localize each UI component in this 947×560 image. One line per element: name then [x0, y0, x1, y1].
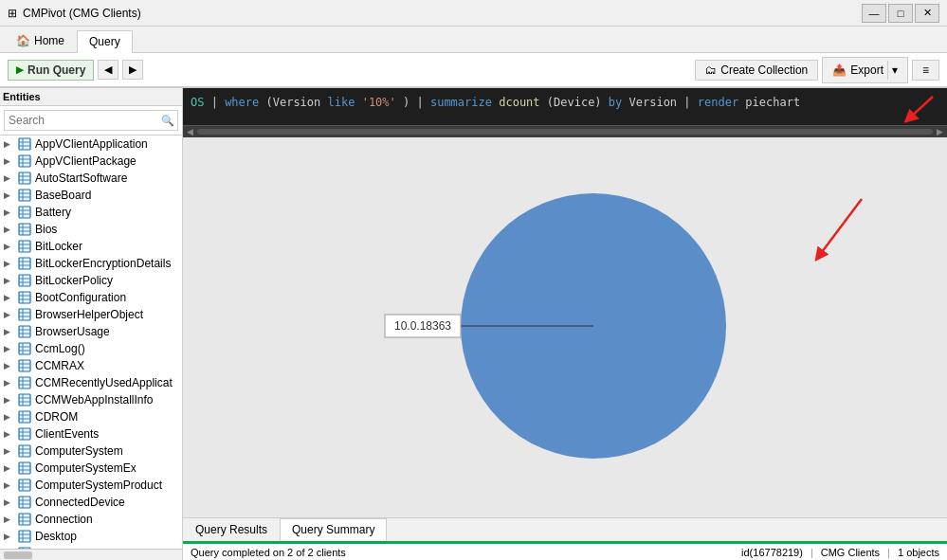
sidebar-item-label: BrowserUsage	[35, 325, 110, 338]
sidebar-item-ConnectedDevice[interactable]: ▶ ConnectedDevice	[0, 494, 182, 511]
tab-home[interactable]: 🏠 Home	[4, 29, 77, 52]
query-editor[interactable]: OS | where (Version like '10%' ) | summa…	[183, 88, 947, 126]
sidebar-item-BaseBoard[interactable]: ▶ BaseBoard	[0, 187, 182, 204]
forward-button[interactable]: ▶	[122, 60, 143, 80]
bottom-tabs: Query Results Query Summary	[183, 517, 947, 541]
search-icon: 🔍	[161, 115, 174, 127]
sidebar-item-BrowserUsage[interactable]: ▶ BrowserUsage	[0, 323, 182, 340]
item-icon	[17, 188, 32, 203]
search-input-wrap: 🔍	[4, 110, 178, 131]
sidebar-item-ComputerSystem[interactable]: ▶ ComputerSystem	[0, 443, 182, 460]
sidebar-item-label: ClientEvents	[35, 427, 99, 441]
item-icon	[17, 136, 32, 152]
expand-icon: ▶	[4, 395, 15, 405]
minimize-button[interactable]: —	[862, 4, 886, 23]
tab-query[interactable]: Query	[77, 30, 133, 53]
svg-rect-76	[19, 462, 30, 474]
item-icon	[17, 512, 32, 527]
sidebar-item-CCMRecentlyUsedApplicat[interactable]: ▶ CCMRecentlyUsedApplicat	[0, 374, 182, 391]
export-dropdown-arrow[interactable]: ▾	[887, 61, 901, 80]
tab-query-label: Query	[89, 35, 120, 48]
item-icon	[17, 171, 32, 186]
expand-icon: ▶	[4, 497, 15, 507]
sidebar-item-BootConfiguration[interactable]: ▶ BootConfiguration	[0, 289, 182, 306]
item-icon	[17, 324, 32, 339]
item-icon	[17, 154, 32, 169]
search-input[interactable]	[4, 110, 178, 131]
expand-icon: ▶	[4, 344, 15, 353]
create-collection-button[interactable]: 🗂 Create Collection	[695, 60, 818, 81]
svg-rect-28	[19, 258, 30, 269]
sidebar-scrollbar[interactable]	[0, 549, 182, 560]
sidebar-item-label: CcmLog()	[35, 342, 85, 355]
sidebar-item-CcmLog[interactable]: ▶ CcmLog()	[0, 340, 182, 357]
expand-icon: ▶	[4, 293, 15, 302]
close-button[interactable]: ✕	[915, 4, 939, 23]
maximize-button[interactable]: □	[888, 4, 913, 23]
item-icon	[17, 409, 32, 425]
tab-query-results[interactable]: Query Results	[183, 518, 280, 541]
sidebar-item-BitLocker[interactable]: ▶ BitLocker	[0, 238, 182, 255]
tab-query-summary[interactable]: Query Summary	[280, 518, 387, 541]
sidebar-list[interactable]: ▶ AppVClientApplication▶ AppVClientPacka…	[0, 135, 182, 549]
svg-rect-52	[19, 360, 30, 371]
expand-icon: ▶	[4, 327, 15, 336]
sidebar-item-ClientEvents[interactable]: ▶ ClientEvents	[0, 425, 182, 443]
scroll-track[interactable]	[197, 129, 933, 135]
back-button[interactable]: ◀	[98, 60, 118, 80]
query-paren2: ) |	[403, 96, 430, 109]
sidebar-item-Battery[interactable]: ▶ Battery	[0, 204, 182, 221]
sidebar-item-label: BitLocker	[35, 240, 82, 253]
run-query-button[interactable]: ▶ Run Query	[8, 60, 94, 81]
expand-icon: ▶	[4, 156, 15, 166]
sidebar-item-ComputerSystemEx[interactable]: ▶ ComputerSystemEx	[0, 460, 182, 477]
expand-icon: ▶	[4, 225, 15, 234]
sidebar-search: 🔍	[0, 106, 182, 135]
scroll-right-arrow[interactable]: ▶	[937, 127, 943, 136]
export-button[interactable]: 📤 Export ▾	[822, 57, 908, 83]
status-id: id(16778219)	[741, 547, 803, 558]
sidebar-item-AppVClientApplication[interactable]: ▶ AppVClientApplication	[0, 135, 182, 153]
sidebar-item-Bios[interactable]: ▶ Bios	[0, 221, 182, 238]
expand-icon: ▶	[4, 480, 15, 490]
svg-rect-8	[19, 172, 30, 184]
sidebar-item-CCMWebAppInstallInfo[interactable]: ▶ CCMWebAppInstallInfo	[0, 391, 182, 408]
sidebar-item-label: ComputerSystemProduct	[35, 479, 162, 492]
query-text: OS | where (Version like '10%' ) | summa…	[191, 92, 939, 113]
item-icon	[17, 392, 32, 407]
svg-rect-72	[19, 445, 30, 457]
svg-rect-24	[19, 241, 30, 252]
sidebar-item-label: AutoStartSoftware	[35, 172, 127, 185]
item-icon	[17, 529, 32, 544]
sidebar-item-CCMRAX[interactable]: ▶ CCMRAX	[0, 357, 182, 374]
sidebar-item-ComputerSystemProduct[interactable]: ▶ ComputerSystemProduct	[0, 477, 182, 494]
expand-icon: ▶	[4, 532, 15, 541]
query-dcount-arg: (Device)	[547, 96, 609, 109]
status-left-text: Query completed on 2 of 2 clients	[191, 547, 346, 558]
home-icon: 🏠	[16, 34, 30, 47]
query-scrollbar[interactable]: ◀ ▶	[183, 126, 947, 137]
sidebar-item-BrowserHelperObject[interactable]: ▶ BrowserHelperObject	[0, 306, 182, 323]
app-body: 🏠 Home Query ▶ Run Query ◀ ▶ 🗂 Create Co…	[0, 27, 947, 560]
scroll-left-arrow[interactable]: ◀	[187, 127, 193, 136]
app-icon: ⊞	[8, 7, 17, 20]
item-icon	[17, 478, 32, 493]
query-paren1: (Version	[266, 96, 328, 109]
query-by: by	[609, 96, 622, 109]
sidebar-item-AppVClientPackage[interactable]: ▶ AppVClientPackage	[0, 153, 182, 170]
svg-rect-56	[19, 377, 30, 388]
play-icon: ▶	[16, 64, 24, 75]
item-icon	[17, 307, 32, 322]
sidebar-item-BitLockerEncryptionDetails[interactable]: ▶ BitLockerEncryptionDetails	[0, 255, 182, 272]
svg-rect-4	[19, 155, 30, 167]
sidebar-item-Connection[interactable]: ▶ Connection	[0, 511, 182, 528]
sidebar-scroll-thumb[interactable]	[4, 551, 32, 559]
item-icon	[17, 375, 32, 390]
sidebar-item-CDROM[interactable]: ▶ CDROM	[0, 408, 182, 425]
item-icon	[17, 443, 32, 459]
ribbon: 🏠 Home Query ▶ Run Query ◀ ▶ 🗂 Create Co…	[0, 27, 947, 88]
more-button[interactable]: ≡	[912, 60, 939, 81]
sidebar-item-BitLockerPolicy[interactable]: ▶ BitLockerPolicy	[0, 272, 182, 289]
sidebar-item-AutoStartSoftware[interactable]: ▶ AutoStartSoftware	[0, 170, 182, 187]
sidebar-item-Desktop[interactable]: ▶ Desktop	[0, 528, 182, 545]
